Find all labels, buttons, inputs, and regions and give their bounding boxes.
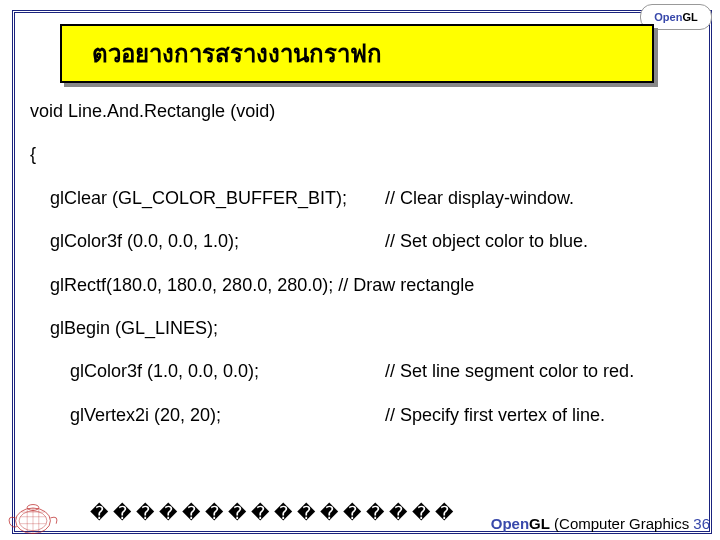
- code-5-comment: // Set line segment color to red.: [385, 360, 700, 383]
- page-number: 36: [693, 515, 710, 532]
- teapot-icon: [4, 494, 62, 536]
- footer-placeholder-glyphs: ����������������: [90, 502, 458, 524]
- code-6-comment: // Specify first vertex of line.: [385, 404, 700, 427]
- code-6-call: glVertex2i (20, 20);: [70, 404, 385, 427]
- footer-text: OpenGL (Computer Graphics 36: [491, 515, 710, 532]
- footer-label: (Computer Graphics: [550, 515, 693, 532]
- footer-gl: GL: [529, 515, 550, 532]
- logo-open: Open: [654, 11, 682, 23]
- code-line-3: glRectf(180.0, 180.0, 280.0, 280.0); // …: [30, 274, 700, 297]
- code-line-5: glColor3f (1.0, 0.0, 0.0); // Set line s…: [30, 360, 700, 383]
- code-content: void Line.And.Rectangle (void) { glClear…: [30, 100, 700, 447]
- code-5-call: glColor3f (1.0, 0.0, 0.0);: [70, 360, 385, 383]
- code-signature: void Line.And.Rectangle (void): [30, 100, 700, 123]
- code-brace: {: [30, 143, 700, 166]
- footer-open: Open: [491, 515, 529, 532]
- code-1-call: glClear (GL_COLOR_BUFFER_BIT);: [50, 187, 385, 210]
- code-line-6: glVertex2i (20, 20); // Specify first ve…: [30, 404, 700, 427]
- code-2-comment: // Set object color to blue.: [385, 230, 700, 253]
- slide-title: ตวอยางการสรางงานกราฟก: [92, 34, 382, 73]
- code-line-1: glClear (GL_COLOR_BUFFER_BIT); // Clear …: [30, 187, 700, 210]
- code-line-4: glBegin (GL_LINES);: [30, 317, 700, 340]
- code-line-2: glColor3f (0.0, 0.0, 1.0); // Set object…: [30, 230, 700, 253]
- logo-gl: GL: [682, 11, 697, 23]
- code-1-comment: // Clear display-window.: [385, 187, 700, 210]
- slide-title-box: ตวอยางการสรางงานกราฟก: [60, 24, 654, 83]
- code-2-call: glColor3f (0.0, 0.0, 1.0);: [50, 230, 385, 253]
